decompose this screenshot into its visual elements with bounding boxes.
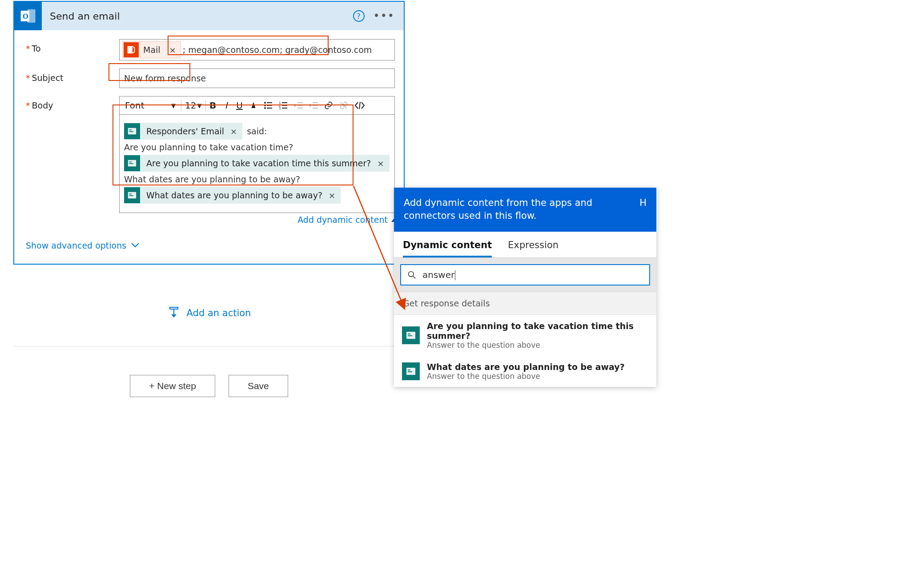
svg-rect-40 <box>408 371 412 372</box>
token-label: Are you planning to take vacation time t… <box>143 158 374 168</box>
svg-rect-20 <box>313 108 318 109</box>
card-body: To Mail × ; megan@contoso.com; grady@con… <box>14 30 404 264</box>
svg-rect-4 <box>267 102 272 103</box>
font-color-button[interactable] <box>247 100 260 111</box>
outlook-icon: O <box>14 2 42 30</box>
help-icon[interactable]: ? <box>353 10 365 22</box>
token-remove-icon[interactable]: × <box>228 127 242 136</box>
subject-label: Subject <box>26 68 119 83</box>
token-remove-icon[interactable]: × <box>374 159 389 168</box>
italic-button[interactable]: I <box>220 99 233 112</box>
to-label: To <box>26 39 119 53</box>
result-vacation-question[interactable]: Are you planning to take vacation time t… <box>394 315 656 356</box>
svg-text:O: O <box>23 12 28 20</box>
token-remove-icon[interactable]: × <box>326 191 341 200</box>
dynamic-content-popover: Add dynamic content from the apps and co… <box>394 188 656 387</box>
save-button[interactable]: Save <box>229 375 288 397</box>
code-view-button[interactable] <box>352 101 368 110</box>
editor-toolbar: Font ▾ 12 ▾ B I U <box>119 96 395 115</box>
show-advanced-options-link[interactable]: Show advanced options <box>26 241 395 250</box>
font-size-select[interactable]: 12 ▾ <box>182 99 205 112</box>
svg-rect-1 <box>28 9 36 23</box>
body-editor[interactable]: Responders' Email × said: Are you planni… <box>119 115 395 213</box>
more-menu-icon[interactable]: ••• <box>374 10 395 22</box>
send-email-card: O Send an email ? ••• To Mail × ; megan@… <box>13 1 405 265</box>
card-title: Send an email <box>42 11 353 22</box>
token-label: Responders' Email <box>143 126 228 136</box>
font-select[interactable]: Font ▾ <box>122 99 180 112</box>
section-get-response-details: Get response details <box>394 292 656 315</box>
forms-icon <box>124 123 140 139</box>
caret-down-icon: ▾ <box>171 100 176 111</box>
token-label: What dates are you planning to be away? <box>143 190 326 200</box>
new-step-button[interactable]: + New step <box>130 375 215 397</box>
svg-rect-14 <box>282 108 287 109</box>
caret-down-icon: ▾ <box>197 100 201 111</box>
svg-point-33 <box>409 272 414 277</box>
svg-point-7 <box>264 107 266 109</box>
search-input-text: answer <box>422 269 455 281</box>
popover-hide-link[interactable]: H <box>639 197 647 209</box>
result-subtitle: Answer to the question above <box>427 341 648 350</box>
numbered-list-button[interactable]: 123 <box>276 101 290 110</box>
popover-tabs: Dynamic content Expression <box>394 232 656 257</box>
popover-search-box[interactable]: answer <box>400 264 650 286</box>
link-button[interactable] <box>321 100 336 111</box>
mail-token[interactable]: Mail × <box>122 41 181 58</box>
result-subtitle: Answer to the question above <box>427 372 625 381</box>
svg-point-3 <box>264 102 266 104</box>
office-icon <box>124 42 139 57</box>
popover-search-area: answer <box>394 257 656 292</box>
add-action-row: Add an action <box>13 306 405 322</box>
svg-rect-12 <box>282 105 287 106</box>
outdent-button[interactable] <box>291 101 305 110</box>
svg-rect-6 <box>267 105 272 106</box>
add-dynamic-content-link[interactable]: Add dynamic content <box>119 215 395 225</box>
responders-email-token[interactable]: Responders' Email × <box>124 123 242 140</box>
forms-icon <box>402 362 420 380</box>
vacation-question-token[interactable]: Are you planning to take vacation time t… <box>124 155 390 172</box>
svg-rect-37 <box>408 335 412 336</box>
svg-rect-18 <box>313 102 318 103</box>
bold-button[interactable]: B <box>207 99 219 112</box>
svg-text:3: 3 <box>279 107 281 109</box>
svg-rect-36 <box>408 334 410 334</box>
to-input[interactable]: Mail × ; megan@contoso.com; grady@contos… <box>119 39 395 60</box>
result-title: Are you planning to take vacation time t… <box>427 321 648 341</box>
tab-expression[interactable]: Expression <box>508 240 558 257</box>
result-title: What dates are you planning to be away? <box>427 362 625 372</box>
forms-icon <box>402 326 420 344</box>
result-dates-question[interactable]: What dates are you planning to be away? … <box>394 356 656 387</box>
mail-token-label: Mail <box>140 45 165 55</box>
to-row: To Mail × ; megan@contoso.com; grady@con… <box>26 39 395 60</box>
underline-button[interactable]: U <box>233 99 246 112</box>
subject-input[interactable]: New form response <box>119 68 395 88</box>
card-header: O Send an email ? ••• <box>14 2 404 30</box>
tab-dynamic-content[interactable]: Dynamic content <box>403 240 492 257</box>
bottom-buttons: + New step Save <box>13 375 405 397</box>
svg-rect-8 <box>267 108 272 109</box>
mail-token-remove-icon[interactable]: × <box>165 45 181 55</box>
svg-rect-10 <box>282 102 287 103</box>
svg-rect-23 <box>129 129 132 130</box>
popover-header: Add dynamic content from the apps and co… <box>394 188 656 232</box>
indent-button[interactable] <box>306 101 321 110</box>
svg-rect-39 <box>408 370 410 370</box>
bulleted-list-button[interactable] <box>261 101 275 110</box>
unlink-button[interactable] <box>337 100 351 111</box>
forms-icon <box>124 155 140 171</box>
body-row: Body Font ▾ 12 ▾ B I U <box>26 96 395 225</box>
body-line-dates-q: What dates are you planning to be away? <box>124 174 390 184</box>
body-text-said: said: <box>247 126 267 136</box>
to-addresses-text: ; megan@contoso.com; grady@contoso.com <box>182 45 372 55</box>
svg-rect-16 <box>297 105 303 106</box>
svg-rect-31 <box>170 307 178 309</box>
svg-rect-19 <box>313 105 318 106</box>
subject-row: Subject New form response <box>26 68 395 88</box>
add-action-button[interactable]: Add an action <box>167 306 251 320</box>
body-line-vacation-q: Are you planning to take vacation time? <box>124 142 390 152</box>
forms-icon <box>124 187 140 203</box>
chevron-down-icon <box>131 242 140 249</box>
dates-question-token[interactable]: What dates are you planning to be away? … <box>124 187 341 204</box>
svg-rect-29 <box>129 193 132 194</box>
